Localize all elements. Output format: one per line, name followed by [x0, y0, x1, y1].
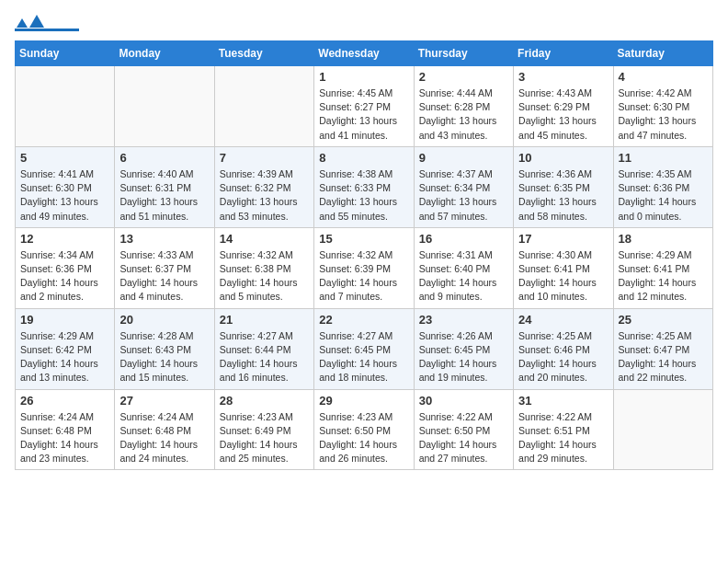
day-info: Sunrise: 4:31 AM Sunset: 6:40 PM Dayligh…: [419, 248, 508, 304]
calendar-cell[interactable]: 10Sunrise: 4:36 AM Sunset: 6:35 PM Dayli…: [514, 146, 613, 227]
day-number: 6: [119, 151, 209, 165]
calendar-cell[interactable]: 24Sunrise: 4:25 AM Sunset: 6:46 PM Dayli…: [514, 308, 613, 389]
day-info: Sunrise: 4:33 AM Sunset: 6:37 PM Dayligh…: [119, 248, 209, 304]
day-info: Sunrise: 4:29 AM Sunset: 6:41 PM Dayligh…: [619, 248, 708, 304]
day-info: Sunrise: 4:27 AM Sunset: 6:44 PM Dayligh…: [220, 329, 309, 385]
day-info: Sunrise: 4:24 AM Sunset: 6:48 PM Dayligh…: [20, 410, 109, 466]
calendar-cell[interactable]: 25Sunrise: 4:25 AM Sunset: 6:47 PM Dayli…: [613, 308, 712, 389]
day-info: Sunrise: 4:24 AM Sunset: 6:48 PM Dayligh…: [119, 410, 209, 466]
calendar-cell[interactable]: 27Sunrise: 4:24 AM Sunset: 6:48 PM Dayli…: [115, 389, 214, 470]
day-number: 7: [220, 151, 309, 165]
day-info: Sunrise: 4:36 AM Sunset: 6:35 PM Dayligh…: [518, 167, 608, 224]
calendar-header-wednesday: Wednesday: [314, 41, 414, 66]
logo-underline: [15, 29, 79, 31]
calendar-cell[interactable]: 15Sunrise: 4:32 AM Sunset: 6:39 PM Dayli…: [314, 227, 414, 308]
logo-triangles: [17, 15, 44, 28]
calendar-cell[interactable]: 22Sunrise: 4:27 AM Sunset: 6:45 PM Dayli…: [314, 308, 414, 389]
day-info: Sunrise: 4:22 AM Sunset: 6:51 PM Dayligh…: [518, 410, 608, 466]
calendar-cell[interactable]: 9Sunrise: 4:37 AM Sunset: 6:34 PM Daylig…: [414, 146, 513, 227]
calendar-cell: [16, 66, 115, 147]
day-number: 8: [319, 151, 408, 165]
calendar-header-row: SundayMondayTuesdayWednesdayThursdayFrid…: [16, 41, 713, 66]
day-number: 5: [20, 151, 109, 165]
day-info: Sunrise: 4:28 AM Sunset: 6:43 PM Dayligh…: [119, 329, 209, 385]
day-number: 11: [619, 151, 708, 165]
day-number: 26: [20, 394, 109, 408]
calendar-cell: [214, 66, 313, 147]
day-number: 14: [220, 232, 309, 246]
calendar-cell[interactable]: 7Sunrise: 4:39 AM Sunset: 6:32 PM Daylig…: [214, 146, 313, 227]
day-number: 13: [119, 232, 209, 246]
day-info: Sunrise: 4:23 AM Sunset: 6:50 PM Dayligh…: [319, 410, 408, 466]
calendar-week-row: 1Sunrise: 4:45 AM Sunset: 6:27 PM Daylig…: [16, 66, 713, 147]
calendar-header-monday: Monday: [115, 41, 214, 66]
day-number: 22: [319, 313, 408, 327]
day-number: 30: [419, 394, 508, 408]
day-info: Sunrise: 4:37 AM Sunset: 6:34 PM Dayligh…: [419, 167, 508, 224]
calendar-cell[interactable]: 18Sunrise: 4:29 AM Sunset: 6:41 PM Dayli…: [613, 227, 712, 308]
day-info: Sunrise: 4:35 AM Sunset: 6:36 PM Dayligh…: [619, 167, 708, 224]
day-number: 2: [419, 70, 508, 84]
day-info: Sunrise: 4:42 AM Sunset: 6:30 PM Dayligh…: [619, 86, 708, 143]
day-info: Sunrise: 4:40 AM Sunset: 6:31 PM Dayligh…: [119, 167, 209, 224]
calendar-cell[interactable]: 26Sunrise: 4:24 AM Sunset: 6:48 PM Dayli…: [16, 389, 115, 470]
calendar-cell[interactable]: 16Sunrise: 4:31 AM Sunset: 6:40 PM Dayli…: [414, 227, 513, 308]
calendar-cell[interactable]: 28Sunrise: 4:23 AM Sunset: 6:49 PM Dayli…: [214, 389, 313, 470]
day-number: 17: [518, 232, 608, 246]
calendar-cell[interactable]: 1Sunrise: 4:45 AM Sunset: 6:27 PM Daylig…: [314, 66, 414, 147]
day-number: 9: [419, 151, 508, 165]
calendar-cell[interactable]: 2Sunrise: 4:44 AM Sunset: 6:28 PM Daylig…: [414, 66, 513, 147]
calendar-header-thursday: Thursday: [414, 41, 513, 66]
day-info: Sunrise: 4:22 AM Sunset: 6:50 PM Dayligh…: [419, 410, 508, 466]
calendar-week-row: 12Sunrise: 4:34 AM Sunset: 6:36 PM Dayli…: [16, 227, 713, 308]
day-info: Sunrise: 4:39 AM Sunset: 6:32 PM Dayligh…: [220, 167, 309, 224]
calendar-cell[interactable]: 20Sunrise: 4:28 AM Sunset: 6:43 PM Dayli…: [115, 308, 214, 389]
calendar-header-sunday: Sunday: [16, 41, 115, 66]
day-info: Sunrise: 4:34 AM Sunset: 6:36 PM Dayligh…: [20, 248, 109, 304]
day-number: 31: [518, 394, 608, 408]
calendar-cell[interactable]: 29Sunrise: 4:23 AM Sunset: 6:50 PM Dayli…: [314, 389, 414, 470]
calendar-cell[interactable]: 8Sunrise: 4:38 AM Sunset: 6:33 PM Daylig…: [314, 146, 414, 227]
day-number: 4: [619, 70, 708, 84]
day-info: Sunrise: 4:43 AM Sunset: 6:29 PM Dayligh…: [518, 86, 608, 143]
day-number: 15: [319, 232, 408, 246]
calendar-cell: [115, 66, 214, 147]
day-info: Sunrise: 4:38 AM Sunset: 6:33 PM Dayligh…: [319, 167, 408, 224]
calendar-cell[interactable]: 23Sunrise: 4:26 AM Sunset: 6:45 PM Dayli…: [414, 308, 513, 389]
calendar-cell[interactable]: 5Sunrise: 4:41 AM Sunset: 6:30 PM Daylig…: [16, 146, 115, 227]
day-info: Sunrise: 4:25 AM Sunset: 6:46 PM Dayligh…: [518, 329, 608, 385]
day-info: Sunrise: 4:44 AM Sunset: 6:28 PM Dayligh…: [419, 86, 508, 143]
calendar-cell[interactable]: 6Sunrise: 4:40 AM Sunset: 6:31 PM Daylig…: [115, 146, 214, 227]
day-number: 25: [619, 313, 708, 327]
page-header: [15, 15, 713, 31]
day-number: 23: [419, 313, 508, 327]
calendar-header-saturday: Saturday: [613, 41, 712, 66]
calendar-cell[interactable]: 11Sunrise: 4:35 AM Sunset: 6:36 PM Dayli…: [613, 146, 712, 227]
calendar-cell[interactable]: 3Sunrise: 4:43 AM Sunset: 6:29 PM Daylig…: [514, 66, 613, 147]
day-info: Sunrise: 4:32 AM Sunset: 6:38 PM Dayligh…: [220, 248, 309, 304]
calendar-cell[interactable]: 4Sunrise: 4:42 AM Sunset: 6:30 PM Daylig…: [613, 66, 712, 147]
day-number: 10: [518, 151, 608, 165]
day-number: 1: [319, 70, 408, 84]
calendar-cell[interactable]: 12Sunrise: 4:34 AM Sunset: 6:36 PM Dayli…: [16, 227, 115, 308]
calendar-cell: [613, 389, 712, 470]
calendar-cell[interactable]: 14Sunrise: 4:32 AM Sunset: 6:38 PM Dayli…: [214, 227, 313, 308]
calendar-table: SundayMondayTuesdayWednesdayThursdayFrid…: [15, 40, 713, 470]
day-info: Sunrise: 4:32 AM Sunset: 6:39 PM Dayligh…: [319, 248, 408, 304]
calendar-cell[interactable]: 17Sunrise: 4:30 AM Sunset: 6:41 PM Dayli…: [514, 227, 613, 308]
day-info: Sunrise: 4:41 AM Sunset: 6:30 PM Dayligh…: [20, 167, 109, 224]
calendar-cell[interactable]: 13Sunrise: 4:33 AM Sunset: 6:37 PM Dayli…: [115, 227, 214, 308]
calendar-cell[interactable]: 31Sunrise: 4:22 AM Sunset: 6:51 PM Dayli…: [514, 389, 613, 470]
calendar-cell[interactable]: 19Sunrise: 4:29 AM Sunset: 6:42 PM Dayli…: [16, 308, 115, 389]
day-number: 21: [220, 313, 309, 327]
day-info: Sunrise: 4:30 AM Sunset: 6:41 PM Dayligh…: [518, 248, 608, 304]
day-number: 18: [619, 232, 708, 246]
calendar-cell[interactable]: 30Sunrise: 4:22 AM Sunset: 6:50 PM Dayli…: [414, 389, 513, 470]
logo: [15, 15, 79, 31]
day-number: 24: [518, 313, 608, 327]
day-info: Sunrise: 4:29 AM Sunset: 6:42 PM Dayligh…: [20, 329, 109, 385]
calendar-week-row: 19Sunrise: 4:29 AM Sunset: 6:42 PM Dayli…: [16, 308, 713, 389]
day-number: 28: [220, 394, 309, 408]
calendar-cell[interactable]: 21Sunrise: 4:27 AM Sunset: 6:44 PM Dayli…: [214, 308, 313, 389]
day-info: Sunrise: 4:23 AM Sunset: 6:49 PM Dayligh…: [220, 410, 309, 466]
